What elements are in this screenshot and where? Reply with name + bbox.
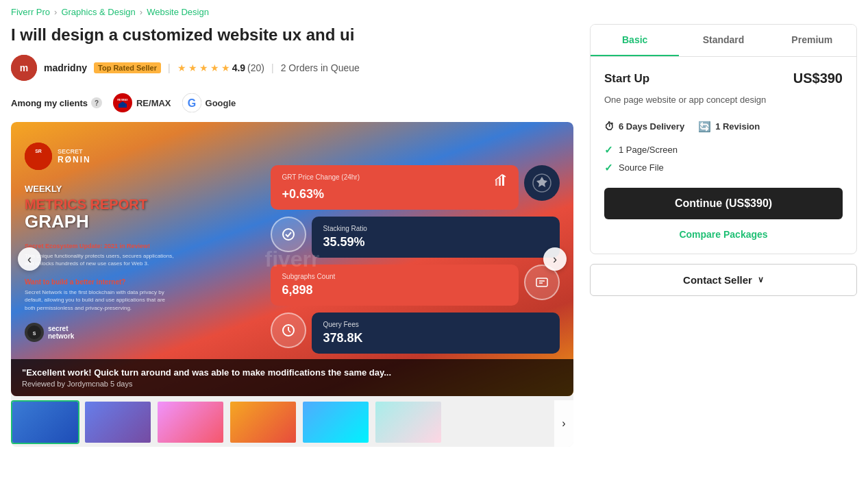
breadcrumb-sep-1: › — [54, 7, 57, 17]
feature-item-2: ✓ Source File — [604, 162, 843, 174]
metrics-title-1: METRICS REPORT GRAPH — [25, 197, 250, 232]
breadcrumb-graphics-design[interactable]: Graphics & Design — [61, 7, 135, 17]
breadcrumb-fiverr-pro[interactable]: Fiverr Pro — [11, 7, 50, 17]
rating-score: 4.9 — [232, 62, 245, 73]
clock-icon: ⏱ — [604, 121, 615, 132]
package-panel: Basic Standard Premium Start Up US$390 O… — [590, 24, 857, 254]
check-icon-1: ✓ — [604, 144, 613, 156]
svg-text:SR: SR — [35, 149, 42, 154]
review-count: (20) — [247, 62, 264, 73]
thumbnail-strip — [11, 400, 573, 447]
metric-card-stacking: Stacking Ratio 35.59% — [312, 217, 560, 258]
remax-logo: RE/MAX — [113, 93, 132, 112]
review-overlay: "Excellent work! Quick turn around and w… — [11, 359, 573, 396]
svg-rect-12 — [495, 180, 497, 186]
thumbnail-6[interactable] — [374, 400, 443, 444]
svg-rect-5 — [119, 104, 127, 108]
thumbnail-3[interactable] — [156, 400, 225, 444]
package-tabs: Basic Standard Premium — [591, 25, 856, 57]
package-name: Start Up — [604, 72, 649, 86]
icon-circle-1 — [524, 165, 560, 201]
help-icon[interactable]: ? — [91, 97, 102, 108]
thumbnail-4[interactable] — [229, 400, 297, 444]
left-col: I will design a customized website ux an… — [11, 24, 573, 452]
icon-circle-4 — [271, 313, 306, 348]
tab-basic[interactable]: Basic — [591, 25, 679, 56]
continue-button[interactable]: Continue (US$390) — [604, 188, 843, 219]
ecosystem-desc: This unique functionality protects users… — [25, 252, 175, 267]
thumbnail-2[interactable] — [84, 400, 152, 444]
right-col: Basic Standard Premium Start Up US$390 O… — [590, 24, 857, 452]
svg-point-8 — [25, 143, 52, 170]
svg-text:S: S — [33, 331, 36, 336]
carousel-main-image: SR SECRET RØNIN WEEKLY METRICS REP — [11, 122, 573, 396]
package-body: Start Up US$390 One page website or app … — [591, 57, 856, 254]
breadcrumb-sep-2: › — [140, 7, 142, 17]
compare-packages-link[interactable]: Compare Packages — [604, 229, 843, 240]
carousel-overlay: SR SECRET RØNIN WEEKLY METRICS REP — [11, 122, 573, 396]
review-text: "Excellent work! Quick turn around and w… — [22, 367, 562, 378]
feature-item-1: ✓ 1 Page/Screen — [604, 144, 843, 156]
thumbnail-strip-next[interactable]: › — [554, 400, 573, 447]
secret-network-footer: S secretnetwork — [25, 323, 250, 342]
clients-label: Among my clients ? — [11, 97, 102, 108]
orders-queue: 2 Orders in Queue — [281, 62, 360, 73]
seller-name[interactable]: madridny — [44, 62, 87, 73]
metric-card-grt: GRT Price Change (24hr) +0.63% — [271, 165, 519, 210]
svg-rect-17 — [536, 278, 547, 286]
contact-seller-button[interactable]: Contact Seller ∨ — [590, 264, 857, 296]
svg-text:m: m — [20, 62, 28, 73]
thumbnail-5[interactable] — [301, 400, 370, 444]
breadcrumb: Fiverr Pro › Graphics & Design › Website… — [0, 0, 868, 24]
svg-point-16 — [283, 229, 294, 240]
metric-card-subgraphs: Subgraphs Count 6,898 — [271, 265, 519, 306]
carousel-placeholder: SR SECRET RØNIN WEEKLY METRICS REP — [11, 122, 573, 396]
package-description: One page website or app concept design — [604, 93, 843, 107]
icon-circle-2 — [271, 217, 306, 252]
tab-standard[interactable]: Standard — [679, 25, 767, 56]
clients-section: Among my clients ? RE/MAX RE/MAX — [11, 93, 573, 112]
main-layout: I will design a customized website ux an… — [0, 24, 868, 466]
seller-info: m madridny Top Rated Seller | ★★★★★ 4.9 … — [11, 55, 573, 81]
svg-rect-13 — [499, 177, 501, 186]
client-google: G Google — [182, 93, 236, 112]
metrics-row-2: Stacking Ratio 35.59% — [271, 217, 560, 258]
client-remax: RE/MAX RE/MAX — [113, 93, 171, 112]
tab-premium[interactable]: Premium — [768, 25, 856, 56]
svg-text:RE/MAX: RE/MAX — [117, 98, 128, 101]
metric-card-fees: Query Fees 378.8K — [312, 313, 560, 354]
image-carousel: SR SECRET RØNIN WEEKLY METRICS REP — [11, 122, 573, 447]
svg-line-22 — [288, 330, 290, 332]
avatar[interactable]: m — [11, 55, 37, 81]
revisions-meta: 🔄 1 Revision — [698, 121, 760, 133]
metrics-row-4: Query Fees 378.8K — [271, 313, 560, 354]
top-rated-badge: Top Rated Seller — [94, 62, 161, 73]
metrics-row-1: GRT Price Change (24hr) +0.63% — [271, 165, 560, 210]
package-header: Start Up US$390 — [604, 71, 843, 86]
weekly-label: WEEKLY — [25, 184, 250, 194]
thumbnail-strip-wrapper: › — [11, 400, 573, 447]
thumbnail-1[interactable] — [11, 400, 79, 444]
package-features: ✓ 1 Page/Screen ✓ Source File — [604, 144, 843, 174]
refresh-icon: 🔄 — [698, 121, 711, 133]
google-logo: G — [182, 93, 201, 112]
overlay-right: GRT Price Change (24hr) +0.63% — [264, 122, 573, 396]
package-meta: ⏱ 6 Days Delivery 🔄 1 Revision — [604, 121, 843, 133]
review-meta: Reviewed by Jordymcnab 5 days — [22, 380, 562, 388]
delivery-meta: ⏱ 6 Days Delivery — [604, 121, 684, 133]
brand-icon: SR — [25, 143, 52, 170]
metrics-row-3: Subgraphs Count 6,898 — [271, 265, 560, 306]
svg-text:G: G — [187, 97, 195, 109]
carousel-prev-button[interactable]: ‹ — [18, 247, 41, 271]
build-desc: Secret Network is the first blockchain w… — [25, 289, 175, 312]
overlay-left: SR SECRET RØNIN WEEKLY METRICS REP — [11, 122, 264, 396]
brand-name: RØNIN — [58, 155, 91, 164]
check-icon-2: ✓ — [604, 162, 613, 174]
build-label: Want to build a better internet? — [25, 278, 250, 286]
chevron-down-icon: ∨ — [758, 275, 764, 284]
gig-title: I will design a customized website ux an… — [11, 24, 573, 45]
avatar-image: m — [11, 55, 37, 81]
carousel-next-button[interactable]: › — [543, 247, 567, 271]
breadcrumb-website-design[interactable]: Website Design — [147, 7, 209, 17]
brand-logo: SR SECRET RØNIN — [25, 143, 250, 170]
